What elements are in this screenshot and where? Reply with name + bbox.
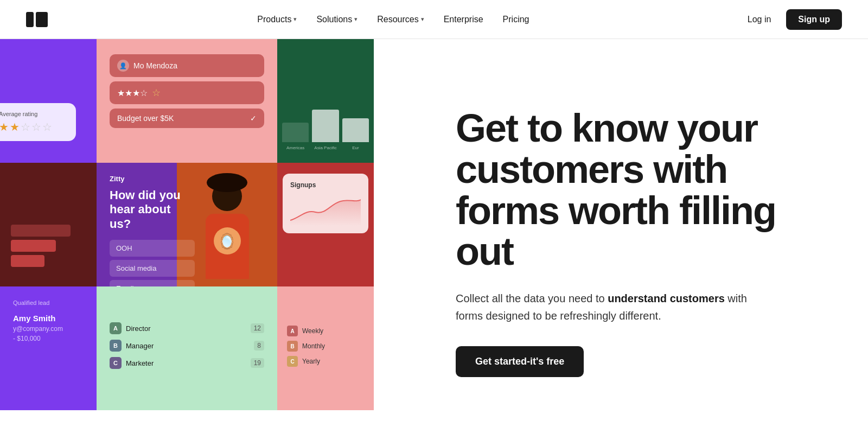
period-label-2: Monthly [302, 342, 325, 350]
filter-budget: Budget over $5K [117, 114, 174, 123]
nav-products[interactable]: Products ▾ [250, 10, 304, 29]
cell-maroon-bars [0, 163, 97, 286]
ranking-row-1: A Director 12 [110, 322, 264, 334]
rank-count-1: 12 [251, 323, 264, 333]
nav-solutions[interactable]: Solutions ▾ [309, 10, 365, 29]
nav-pricing[interactable]: Pricing [495, 10, 537, 29]
cell-red-signups: Signups [277, 163, 374, 286]
star-5: ☆ [42, 120, 52, 133]
logo[interactable] [26, 12, 48, 27]
cell-green-chart: Americas Asia Pacific Eur [277, 39, 374, 163]
cell-mint-ranking: A Director 12 B Manager 8 C Marketer 19 [97, 286, 277, 410]
check-icon: ✓ [250, 114, 257, 123]
chart-bar-2 [312, 110, 339, 142]
chart-bar-1 [282, 123, 309, 142]
logo-bar2 [36, 12, 48, 27]
survey-option-1: OOH [110, 240, 195, 257]
survey-question: How did you hear about us? [110, 188, 195, 231]
filter-stars: ★★★☆ [117, 88, 148, 98]
signups-widget: Signups [283, 174, 368, 233]
hero-section: Get to know your customers with forms wo… [401, 39, 868, 446]
logo-icon [26, 12, 48, 27]
bar-row-1 [11, 225, 71, 237]
cta-button[interactable]: Get started-it's free [456, 346, 584, 377]
rank-letter-a: A [110, 322, 122, 334]
survey-company: Zitty [110, 175, 195, 183]
horizontal-bars [11, 225, 86, 270]
chart-labels: Americas Asia Pacific Eur [282, 145, 369, 150]
filter-stars-card: ★★★☆ ☆ [110, 81, 264, 104]
signup-button[interactable]: Sign up [786, 9, 842, 30]
survey-option-3: Email [110, 280, 195, 286]
nav-resources[interactable]: Resources ▾ [369, 10, 431, 29]
nav-actions: Log in Sign up [739, 9, 842, 30]
login-button[interactable]: Log in [739, 10, 780, 29]
person-icon: 👤 [117, 60, 129, 72]
collage-grid: Average rating ★ ★ ☆ ☆ ☆ 👤 Mo Mendoza ★★… [0, 39, 401, 446]
period-row-1: A Weekly [287, 326, 364, 336]
chevron-down-icon: ▾ [354, 16, 358, 23]
chevron-down-icon: ▾ [293, 16, 297, 23]
bar-row-3 [11, 255, 44, 267]
lead-budget: - $10,000 [13, 335, 84, 342]
chart-label-1: Americas [282, 145, 309, 150]
bar-row-2 [11, 240, 56, 252]
lead-email: y@company.com [13, 325, 84, 333]
period-row-2: B Monthly [287, 341, 364, 352]
survey-content: Zitty How did you hear about us? OOH Soc… [110, 175, 195, 286]
period-row-3: C Yearly [287, 356, 364, 367]
filter-budget-card: Budget over $5K ✓ [110, 109, 264, 128]
star-1: ★ [0, 120, 9, 133]
survey-option-2: Social media [110, 260, 195, 277]
nav-pricing-label: Pricing [503, 15, 529, 24]
logo-bar1 [26, 12, 34, 27]
chevron-down-icon: ▾ [421, 16, 424, 23]
hero-subtext-bold: understand customers [608, 292, 725, 304]
hero-headline: Get to know your customers with forms wo… [456, 108, 825, 272]
cell-purple-rating: Average rating ★ ★ ☆ ☆ ☆ [0, 39, 97, 163]
rank-label-2: Manager [126, 342, 250, 350]
rank-label-3: Marketer [126, 359, 246, 367]
avg-rating-widget: Average rating ★ ★ ☆ ☆ ☆ [0, 103, 76, 141]
hero-subtext-normal: Collect all the data you need to [456, 292, 608, 304]
cell-purple-lead: Qualified lead Amy Smith y@company.com -… [0, 286, 97, 410]
chart-label-3: Eur [342, 145, 369, 150]
chart-bar-3 [342, 118, 369, 142]
period-letter-a: A [287, 326, 298, 336]
filter-name: Mo Mendoza [133, 61, 177, 70]
signups-line-chart [290, 193, 361, 226]
star-rating: ★ ★ ☆ ☆ ☆ [0, 120, 66, 133]
star-3: ☆ [21, 120, 30, 133]
navbar: Products ▾ Solutions ▾ Resources ▾ Enter… [0, 0, 868, 39]
nav-enterprise-label: Enterprise [444, 15, 483, 24]
bar-chart: Americas Asia Pacific Eur [282, 52, 369, 150]
star-2: ★ [10, 120, 20, 133]
nav-products-label: Products [257, 15, 291, 24]
cell-pink-periods: A Weekly B Monthly C Yearly [277, 286, 374, 410]
chart-label-2: Asia Pacific [312, 145, 339, 150]
hero-subtext: Collect all the data you need to underst… [456, 290, 760, 324]
chart-bars [282, 99, 369, 142]
filter-name-card: 👤 Mo Mendoza [110, 54, 264, 77]
cell-purple-survey: Zitty How did you hear about us? OOH Soc… [97, 163, 277, 286]
star-4: ☆ [31, 120, 41, 133]
signups-svg [290, 193, 361, 226]
avg-rating-label: Average rating [0, 111, 66, 117]
ranking-row-3: C Marketer 19 [110, 357, 264, 369]
rank-count-3: 19 [251, 358, 264, 368]
nav-enterprise[interactable]: Enterprise [436, 10, 491, 29]
lead-name: Amy Smith [13, 314, 84, 323]
nav-resources-label: Resources [377, 15, 418, 24]
rank-count-2: 8 [254, 341, 264, 351]
period-letter-c: C [287, 356, 298, 367]
ranking-row-2: B Manager 8 [110, 340, 264, 352]
rank-label-1: Director [126, 324, 246, 333]
period-letter-b: B [287, 341, 298, 352]
lead-label: Qualified lead [13, 300, 84, 306]
period-label-3: Yearly [302, 358, 320, 365]
rank-letter-c: C [110, 357, 122, 369]
nav-solutions-label: Solutions [316, 15, 352, 24]
star-partial: ☆ [152, 87, 161, 99]
cell-pink-filters: 👤 Mo Mendoza ★★★☆ ☆ Budget over $5K ✓ [97, 39, 277, 163]
nav-links: Products ▾ Solutions ▾ Resources ▾ Enter… [250, 10, 537, 29]
